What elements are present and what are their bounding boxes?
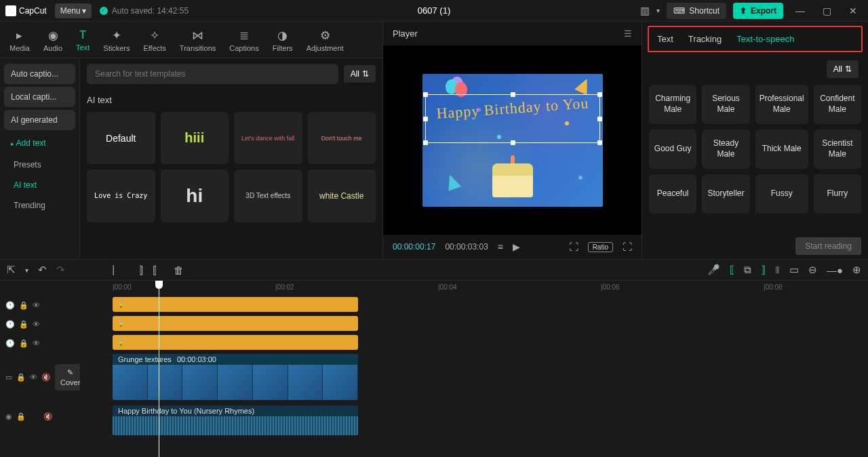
playhead[interactable]: [159, 281, 159, 457]
trim-left-icon[interactable]: ⎹]: [132, 264, 143, 276]
text-clip[interactable]: 🔒: [113, 316, 358, 331]
menu-button[interactable]: Menu▾: [55, 3, 92, 18]
voice-option[interactable]: Peaceful: [649, 174, 696, 214]
voice-all-filter[interactable]: All⇅: [827, 60, 859, 78]
tab-text[interactable]: TText: [69, 26, 96, 58]
eye-icon[interactable]: 👁: [33, 320, 40, 328]
voice-option[interactable]: Professional Male: [755, 85, 808, 124]
magnet-icon[interactable]: ⧉: [744, 264, 751, 276]
ratio-button[interactable]: Ratio: [588, 242, 613, 252]
clock-icon[interactable]: 🕐: [5, 339, 15, 348]
zoom-out-icon[interactable]: ⊖: [808, 264, 817, 276]
mic-icon[interactable]: 🎤: [707, 264, 720, 276]
split-icon[interactable]: ⎹⎸: [104, 264, 122, 276]
tab-adjustment[interactable]: ⚙Adjustment: [300, 26, 351, 58]
chevron-down-icon[interactable]: ▾: [25, 266, 28, 274]
mute-icon[interactable]: 🔇: [41, 373, 51, 382]
selection-box[interactable]: [425, 94, 600, 143]
template-item[interactable]: Don't touch me: [308, 112, 376, 164]
template-item[interactable]: 3D Text effects: [234, 170, 302, 222]
audio-clip[interactable]: Happy Birthday to You (Nursery Rhymes): [113, 405, 358, 435]
zoom-in-icon[interactable]: ⊕: [852, 264, 861, 276]
sidebar-auto-captions[interactable]: Auto captio...: [4, 64, 75, 84]
sidebar-ai-generated[interactable]: AI generated: [4, 110, 75, 130]
voice-option[interactable]: Serious Male: [702, 85, 749, 124]
fullscreen-icon[interactable]: ⛶: [623, 241, 632, 252]
template-item[interactable]: Love is Crazy: [87, 170, 155, 222]
voice-option[interactable]: Good Guy: [649, 130, 696, 169]
voice-option[interactable]: Fussy: [755, 174, 808, 214]
sidebar-local-captions[interactable]: Local capti...: [4, 87, 75, 107]
delete-icon[interactable]: 🗑: [174, 264, 184, 276]
redo-icon[interactable]: ↷: [56, 264, 65, 276]
lock-icon[interactable]: 🔒: [19, 301, 28, 310]
minimize-icon[interactable]: —: [790, 3, 810, 19]
voice-option[interactable]: Confident Male: [814, 85, 861, 124]
voice-option[interactable]: Flurry: [814, 174, 861, 214]
lock-icon[interactable]: 🔒: [19, 339, 28, 348]
tab-audio[interactable]: ◉Audio: [37, 26, 69, 58]
sidebar-trending[interactable]: Trending: [4, 197, 75, 214]
voice-option[interactable]: Steady Male: [702, 130, 749, 169]
magnet-right-icon[interactable]: ⟧: [761, 264, 766, 276]
voice-option[interactable]: Thick Male: [755, 130, 808, 169]
sidebar-add-text[interactable]: Add text: [4, 133, 75, 153]
eye-icon[interactable]: 👁: [30, 373, 37, 381]
video-icon[interactable]: ▭: [5, 373, 12, 382]
rtab-text[interactable]: Text: [657, 34, 673, 44]
template-item[interactable]: Let's dance with fall: [234, 112, 302, 164]
mute-icon[interactable]: 🔇: [43, 412, 53, 421]
zoom-slider[interactable]: —●: [827, 264, 843, 276]
align-icon[interactable]: ⫴: [775, 264, 780, 276]
all-filter[interactable]: All⇅: [344, 65, 376, 83]
tab-transitions[interactable]: ⋈Transitions: [173, 26, 222, 58]
video-clip[interactable]: Grunge textures00:00:03:00: [113, 354, 358, 400]
clock-icon[interactable]: 🕐: [5, 301, 15, 310]
bars-icon[interactable]: ≡: [498, 241, 503, 252]
eye-icon[interactable]: 👁: [33, 339, 40, 347]
undo-icon[interactable]: ↶: [38, 264, 47, 276]
maximize-icon[interactable]: ▢: [817, 3, 837, 19]
lock-icon[interactable]: 🔒: [16, 412, 26, 421]
shortcut-button[interactable]: ⌨Shortcut: [667, 3, 726, 19]
magnet-left-icon[interactable]: ⟦: [730, 264, 734, 276]
close-icon[interactable]: ✕: [844, 3, 863, 19]
lock-icon[interactable]: 🔒: [19, 320, 28, 329]
text-clip[interactable]: 🔒: [113, 297, 358, 312]
search-input[interactable]: [87, 64, 338, 84]
chevron-down-icon[interactable]: ▾: [656, 7, 660, 14]
crop-icon[interactable]: ⛶: [569, 241, 578, 252]
eye-icon[interactable]: 👁: [33, 301, 40, 309]
voice-option[interactable]: Scientist Male: [814, 130, 861, 169]
layout-icon[interactable]: ▥: [640, 5, 650, 17]
sidebar-presets[interactable]: Presets: [4, 156, 75, 174]
cursor-icon[interactable]: ⇱: [7, 264, 16, 276]
tab-filters[interactable]: ◑Filters: [266, 26, 300, 58]
voice-option[interactable]: Charming Male: [649, 85, 696, 124]
tab-effects[interactable]: ✧Effects: [136, 26, 172, 58]
start-reading-button[interactable]: Start reading: [795, 237, 861, 255]
tab-stickers[interactable]: ✦Stickers: [96, 26, 136, 58]
export-button[interactable]: ⬆Export: [733, 3, 783, 19]
hamburger-icon[interactable]: ☰: [624, 28, 632, 39]
preview-icon[interactable]: ▭: [789, 264, 799, 276]
text-clip[interactable]: 🔒: [113, 335, 358, 350]
voice-option[interactable]: Storyteller: [702, 174, 749, 214]
lock-icon[interactable]: 🔒: [16, 373, 26, 382]
ruler[interactable]: |00:00 |00:02 |00:04 |00:06 |00:08: [80, 281, 868, 296]
rtab-tts[interactable]: Text-to-speech: [736, 34, 794, 44]
template-item[interactable]: Default: [87, 112, 155, 164]
rtab-tracking[interactable]: Tracking: [688, 34, 722, 44]
trim-right-icon[interactable]: [⎸: [153, 264, 164, 276]
tab-media[interactable]: ▸Media: [3, 26, 37, 58]
template-item[interactable]: hiii: [161, 112, 229, 164]
clock-icon[interactable]: 🕐: [5, 320, 15, 329]
tab-captions[interactable]: ≣Captions: [222, 26, 265, 58]
template-item[interactable]: hi: [161, 170, 229, 222]
preview-area[interactable]: Happy Birthday to You: [383, 45, 642, 235]
track-lanes[interactable]: |00:00 |00:02 |00:04 |00:06 |00:08 🔒 🔒 🔒…: [80, 281, 868, 457]
audio-icon[interactable]: ◉: [5, 412, 12, 421]
sidebar-ai-text[interactable]: AI text: [4, 176, 75, 194]
play-icon[interactable]: ▶: [513, 241, 520, 252]
template-item[interactable]: white Castle: [308, 170, 376, 222]
